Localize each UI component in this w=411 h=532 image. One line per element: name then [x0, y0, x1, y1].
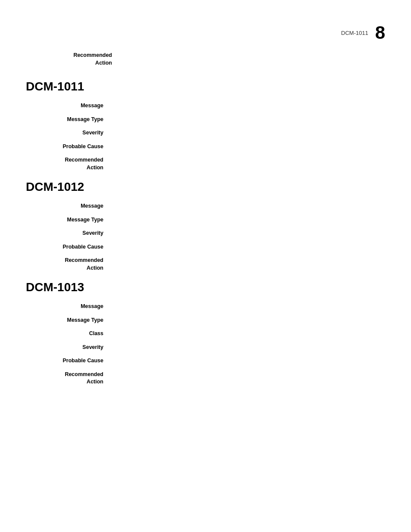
field-row: Probable Cause [26, 357, 385, 365]
page-header: DCM-1011 8 [341, 24, 385, 42]
field-label-severity: Severity [26, 344, 112, 352]
field-label-message: Message [26, 303, 112, 311]
field-row: Message Type [26, 116, 385, 124]
section-title-dcm-1012: DCM-1012 [26, 180, 385, 194]
field-value-probable-cause [112, 243, 385, 251]
field-value-message-type [112, 116, 385, 124]
field-row: Probable Cause [26, 143, 385, 151]
section-title-dcm-1013: DCM-1013 [26, 280, 385, 294]
field-label-severity: Severity [26, 230, 112, 237]
field-label-probable-cause: Probable Cause [26, 143, 112, 151]
field-row: Message Type [26, 317, 385, 324]
field-row: RecommendedAction [26, 257, 385, 272]
field-value-severity [112, 129, 385, 137]
field-row: Severity [26, 230, 385, 237]
field-label-severity: Severity [26, 129, 112, 137]
section-title-dcm-1011: DCM-1011 [26, 80, 385, 93]
header-doc-id: DCM-1011 [341, 30, 368, 36]
field-label-recommended-action: RecommendedAction [26, 257, 112, 272]
field-value-recommended-action [112, 257, 385, 272]
field-value-message [112, 303, 385, 311]
field-row: RecommendedAction [26, 156, 385, 171]
prev-recommended-action-label: RecommendedAction [26, 52, 112, 67]
field-row: Class [26, 330, 385, 338]
field-row: Severity [26, 129, 385, 137]
field-value-probable-cause [112, 357, 385, 365]
field-row: Probable Cause [26, 243, 385, 251]
field-row: RecommendedAction [26, 371, 385, 386]
field-row: Severity [26, 344, 385, 352]
field-value-recommended-action [112, 156, 385, 171]
field-label-recommended-action: RecommendedAction [26, 156, 112, 171]
field-row: Message [26, 102, 385, 110]
page-number: 8 [375, 24, 385, 42]
field-value-probable-cause [112, 143, 385, 151]
field-label-message-type: Message Type [26, 116, 112, 124]
field-value-recommended-action [112, 371, 385, 386]
field-value-class [112, 330, 385, 338]
field-label-probable-cause: Probable Cause [26, 243, 112, 251]
section-dcm-1011: DCM-1011 Message Message Type Severity P… [26, 80, 385, 171]
field-label-class: Class [26, 330, 112, 338]
field-value-message-type [112, 317, 385, 324]
field-value-severity [112, 230, 385, 237]
field-label-recommended-action: RecommendedAction [26, 371, 112, 386]
field-label-message: Message [26, 202, 112, 210]
field-row: Message Type [26, 216, 385, 224]
main-content: RecommendedAction DCM-1011 Message Messa… [0, 0, 411, 386]
field-label-message-type: Message Type [26, 216, 112, 224]
field-value-message-type [112, 216, 385, 224]
field-label-probable-cause: Probable Cause [26, 357, 112, 365]
field-label-message-type: Message Type [26, 317, 112, 324]
field-label-message: Message [26, 102, 112, 110]
section-dcm-1013: DCM-1013 Message Message Type Class Seve… [26, 280, 385, 386]
field-value-message [112, 202, 385, 210]
section-dcm-1012: DCM-1012 Message Message Type Severity P… [26, 180, 385, 272]
field-row: Message [26, 303, 385, 311]
field-value-message [112, 102, 385, 110]
field-value-severity [112, 344, 385, 352]
field-row: Message [26, 202, 385, 210]
